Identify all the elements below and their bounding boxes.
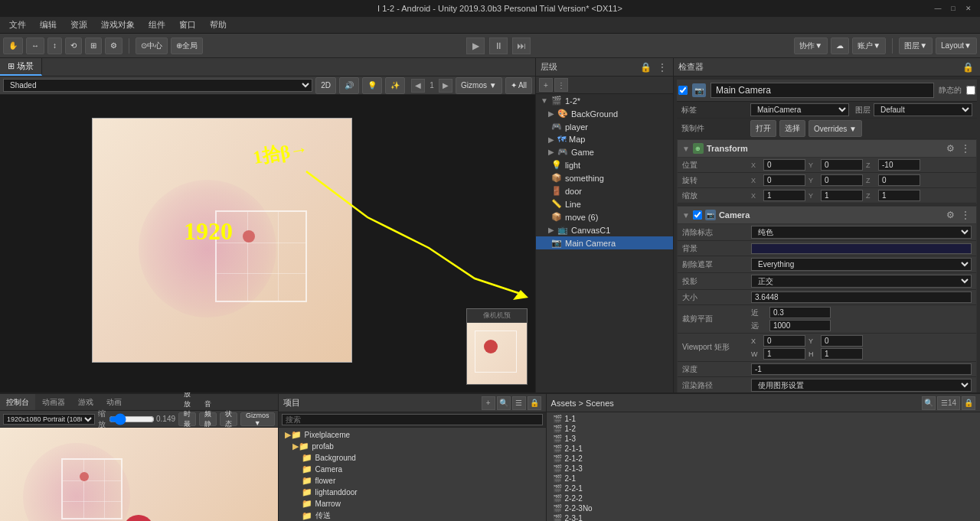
scene-file-21[interactable]: 🎬 2-1 (548, 474, 978, 484)
camera-settings[interactable]: ⚙ (945, 210, 956, 220)
scenes-search[interactable]: 🔍 (922, 396, 936, 410)
project-folder-marrow[interactable]: 📁 Marrow (280, 498, 544, 510)
project-folder-camera[interactable]: 📁 Camera (280, 464, 544, 475)
prefab-select-button[interactable]: 选择 (779, 120, 805, 137)
project-folder-lightanddoor[interactable]: 📁 lightanddoor (280, 487, 544, 498)
menu-help[interactable]: 帮助 (204, 18, 233, 32)
tab-scene[interactable]: ⊞ 场景 (0, 58, 42, 76)
scale-z[interactable] (878, 190, 920, 201)
scene-file-221[interactable]: 🎬 2-2-1 (548, 484, 978, 493)
project-search[interactable]: 🔍 (497, 396, 511, 410)
hierarchy-item-game[interactable]: ▶ 🎮 Game (536, 145, 673, 158)
hierarchy-menu[interactable]: ⋮ (656, 62, 668, 73)
scale-y[interactable] (821, 190, 863, 201)
far-input[interactable] (769, 320, 831, 331)
position-x[interactable] (763, 159, 805, 171)
project-search-input[interactable] (282, 414, 543, 425)
scene-file-212[interactable]: 🎬 2-1-2 (548, 454, 978, 464)
layer-dropdown[interactable]: Default (874, 103, 972, 116)
gizmos-button[interactable]: Gizmos ▼ (456, 77, 502, 94)
menu-gameobject[interactable]: 游戏对象 (95, 18, 141, 32)
prefab-overrides-button[interactable]: Overrides ▼ (808, 120, 862, 137)
scale-x[interactable] (763, 190, 805, 201)
scene-file-12[interactable]: 🎬 1-2 (548, 424, 978, 434)
gizmos-game-btn[interactable]: Gizmos ▼ (240, 412, 275, 426)
minimize-button[interactable]: — (933, 3, 943, 14)
hierarchy-item-background[interactable]: ▶ 🎨 BackGround (536, 107, 673, 120)
position-z[interactable] (878, 159, 920, 171)
transform-settings[interactable]: ⚙ (945, 143, 956, 154)
hierarchy-item-something[interactable]: 📦 something (536, 171, 673, 184)
menu-edit[interactable]: 编辑 (34, 18, 63, 32)
tool-move[interactable]: ↔ (26, 37, 44, 54)
step-button[interactable]: ⏭ (512, 37, 531, 54)
bg-color-picker[interactable] (751, 243, 972, 254)
cloud-button[interactable]: ☁ (831, 37, 849, 54)
scene-name-item[interactable]: ▼ 🎬 1-2* (536, 94, 673, 107)
global-button[interactable]: ⊕ 全局 (171, 37, 203, 54)
cooperate-button[interactable]: 协作 ▼ (794, 37, 828, 54)
zoom-inc[interactable]: ▶ (439, 79, 452, 93)
object-active-checkbox[interactable] (678, 86, 688, 95)
transform-dots[interactable]: ⋮ (959, 143, 972, 154)
hierarchy-item-light[interactable]: 💡 light (536, 158, 673, 171)
project-lock[interactable]: 🔒 (528, 396, 541, 410)
shaded-dropdown[interactable]: Shaded (3, 79, 312, 92)
zoom-dec[interactable]: ◀ (411, 79, 425, 93)
all-tag-button[interactable]: ✦ All (505, 77, 532, 94)
proj-dropdown[interactable]: 正交 (751, 275, 972, 288)
tool-hand[interactable]: ✋ (3, 37, 23, 54)
rotation-y[interactable] (821, 174, 863, 186)
hierarchy-item-map[interactable]: ▶ 🗺 Map (536, 133, 673, 145)
project-folder-flower[interactable]: 📁 flower (280, 475, 544, 487)
camera-header[interactable]: ▼ 📷 Camera ⚙ ⋮ (678, 207, 976, 224)
hierarchy-item-maincamera[interactable]: 📷 Main Camera (536, 236, 673, 249)
culling-dropdown[interactable]: Everything (751, 258, 972, 271)
pause-button[interactable]: ⏸ (489, 37, 508, 54)
prefab-open-button[interactable]: 打开 (750, 120, 776, 137)
lighting-toggle[interactable]: 💡 (362, 77, 382, 94)
project-folder-pixelplaceme[interactable]: ▶📁 Pixelplaceme (280, 429, 544, 441)
tab-console[interactable]: 控制台 (0, 394, 36, 410)
2d-toggle[interactable]: 2D (315, 77, 336, 94)
object-name-input[interactable] (710, 83, 934, 98)
project-menu[interactable]: ☰ (512, 396, 526, 410)
depth-input[interactable] (751, 363, 972, 375)
maximize-button[interactable]: □ (948, 3, 959, 14)
close-button[interactable]: ✕ (963, 3, 974, 14)
project-folder-background[interactable]: 📁 Background (280, 452, 544, 464)
center-button[interactable]: ⊙ 中心 (136, 37, 168, 54)
hierarchy-item-line[interactable]: 📏 Line (536, 197, 673, 210)
fx-toggle[interactable]: ✨ (385, 77, 405, 94)
menu-component[interactable]: 组件 (142, 18, 172, 32)
maximize-game-btn[interactable]: 放放时最大化 (178, 412, 196, 426)
layout-button[interactable]: Layout ▼ (936, 37, 977, 54)
project-add[interactable]: + (482, 396, 495, 410)
hierarchy-options[interactable]: ⋮ (554, 78, 568, 92)
size-input[interactable] (751, 291, 972, 303)
transform-header[interactable]: ▼ ⊕ Transform ⚙ ⋮ (678, 140, 976, 158)
hierarchy-item-canvasc1[interactable]: ▶ 📺 CanvasC1 (536, 223, 673, 236)
audio-toggle[interactable]: 🔊 (339, 77, 359, 94)
hierarchy-item-player[interactable]: 🎮 player (536, 120, 673, 133)
project-folder-transfer[interactable]: 📁 传送 (280, 510, 544, 521)
tag-dropdown[interactable]: MainCamera (750, 103, 849, 116)
scene-file-11[interactable]: 🎬 1-1 (548, 414, 978, 424)
scene-file-222[interactable]: 🎬 2-2-2 (548, 493, 978, 503)
clearflags-dropdown[interactable]: 纯色 (751, 226, 972, 239)
scene-file-13[interactable]: 🎬 1-3 (548, 434, 978, 444)
viewport-y[interactable] (821, 335, 863, 347)
hierarchy-add[interactable]: + (539, 78, 553, 92)
tool-rect[interactable]: ⊞ (85, 37, 102, 54)
camera-dots[interactable]: ⋮ (959, 210, 972, 220)
play-button[interactable]: ▶ (466, 37, 485, 54)
project-folder-profab[interactable]: ▶📁 profab (280, 441, 544, 452)
viewport-w[interactable] (763, 348, 805, 360)
tool-scale[interactable]: ⟲ (65, 37, 82, 54)
near-input[interactable] (769, 307, 831, 318)
scenes-lock[interactable]: 🔒 (962, 396, 975, 410)
layers-button[interactable]: 图层 ▼ (899, 37, 933, 54)
hierarchy-lock[interactable]: 🔒 (639, 62, 653, 73)
viewport-h[interactable] (821, 348, 863, 360)
position-y[interactable] (821, 159, 863, 171)
